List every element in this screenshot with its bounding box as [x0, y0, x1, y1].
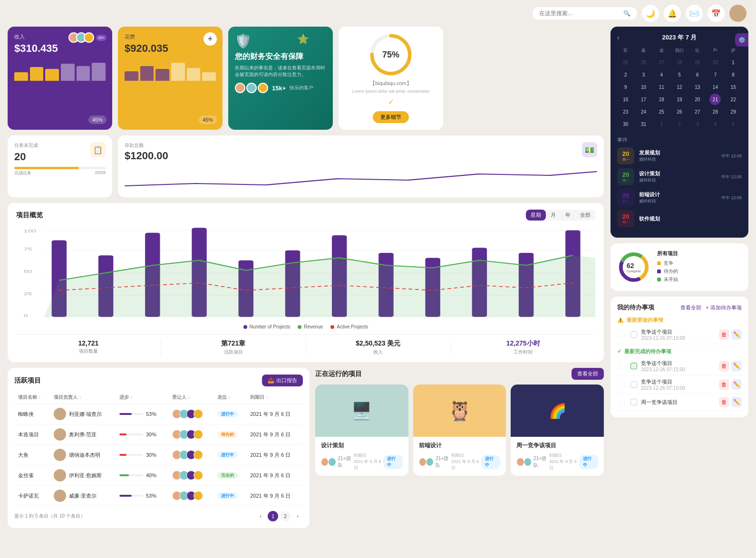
search-box[interactable]: 🔍: [533, 7, 637, 19]
todo-check-3[interactable]: [630, 381, 637, 388]
cal-day[interactable]: 13: [692, 81, 703, 93]
cal-day[interactable]: 11: [656, 81, 667, 93]
team-avatar-1: [321, 458, 329, 466]
cal-day[interactable]: 19: [674, 94, 685, 105]
progress-card: 75% 【biqubiqu.com】 Lorem ipsum dolor sat…: [339, 27, 443, 130]
edit-todo-2-button[interactable]: ✏️: [731, 361, 742, 371]
mail-icon[interactable]: ✉️: [686, 5, 703, 22]
cal-day[interactable]: 2: [620, 69, 631, 80]
user-avatar[interactable]: [729, 5, 746, 22]
cal-prev-button[interactable]: ‹: [617, 34, 620, 41]
tab-year[interactable]: 年: [561, 210, 575, 221]
cal-day[interactable]: 14: [709, 81, 721, 93]
drag-handle-2[interactable]: ⋮⋮: [617, 364, 627, 369]
edit-todo-3-button[interactable]: ✏️: [731, 379, 742, 390]
todo-text-2: 竞争这个项目: [641, 360, 715, 367]
events-section: 事件 20 周一 发展规划 威特科技 中午 12:05 20 周一 设计策划 威…: [617, 136, 742, 227]
cal-day[interactable]: 24: [638, 106, 649, 117]
calendar-icon[interactable]: 📅: [708, 5, 725, 22]
topbar: 🔍 🌙 🔔 ✉️ 📅: [0, 0, 756, 27]
add-expense-button[interactable]: +: [204, 32, 217, 46]
cal-day[interactable]: 26: [638, 57, 649, 68]
pagination: 显示 1 到 5 条目（共 10 个条目） ‹ 1 2 ›: [14, 511, 303, 521]
add-todo-link[interactable]: + 添加待办事项: [706, 304, 742, 311]
search-input[interactable]: [539, 10, 620, 17]
cal-day[interactable]: 12: [674, 81, 685, 93]
delete-todo-1-button[interactable]: 🗑: [719, 329, 729, 340]
tab-week[interactable]: 星期: [526, 210, 546, 221]
export-report-button[interactable]: 📤 出口报告: [262, 375, 303, 386]
view-all-todo-link[interactable]: 查看全部: [680, 304, 701, 311]
cal-day[interactable]: 1: [727, 57, 739, 68]
cal-day[interactable]: 29: [692, 57, 703, 68]
more-details-button[interactable]: 更多细节: [373, 111, 409, 123]
edit-todo-1-button[interactable]: ✏️: [731, 329, 742, 340]
cal-day[interactable]: 25: [620, 57, 631, 68]
cal-day[interactable]: 30: [620, 118, 631, 130]
cal-day[interactable]: 20: [692, 94, 703, 105]
moon-icon[interactable]: 🌙: [642, 5, 659, 22]
delete-todo-4-button[interactable]: 🗑: [719, 397, 729, 407]
all-projects-legend: 所有项目 竞争 待办的 未开始: [657, 250, 742, 284]
cal-day[interactable]: 26: [674, 106, 685, 117]
right-sidebar: ⚙️ ‹ 2023 年 7 月 › 苏最途我们社Fr萨2526272829301…: [611, 27, 748, 528]
security-card: 🛡️ ⭐ 您的财务安全有保障 长期以来的事实是，读者在查看页面布局时会被页面的可…: [228, 27, 333, 130]
cal-day[interactable]: 21: [709, 94, 721, 105]
cal-day[interactable]: 1: [656, 118, 667, 130]
cal-day[interactable]: 3: [638, 69, 649, 80]
cal-day[interactable]: 16: [620, 94, 631, 105]
drag-handle-4[interactable]: ⋮⋮: [617, 400, 627, 405]
cal-day[interactable]: 2: [674, 118, 685, 130]
next-page-button[interactable]: ›: [292, 511, 303, 521]
cal-day[interactable]: 8: [727, 69, 739, 80]
drag-handle-1[interactable]: ⋮⋮: [617, 332, 627, 337]
bar-2: [30, 67, 44, 81]
cal-day[interactable]: 3: [692, 118, 703, 130]
cal-day[interactable]: 4: [709, 118, 721, 130]
cal-day[interactable]: 22: [727, 94, 739, 105]
cal-day[interactable]: 5: [674, 69, 685, 80]
cal-day[interactable]: 10: [638, 81, 649, 93]
delete-todo-3-button[interactable]: 🗑: [719, 379, 729, 390]
todo-check-2[interactable]: [630, 363, 637, 369]
todo-check-4[interactable]: [630, 399, 637, 405]
cal-day[interactable]: 30: [709, 57, 721, 68]
cal-day[interactable]: 28: [674, 57, 685, 68]
svg-text:Feb: Feb: [98, 320, 110, 320]
cal-day[interactable]: 18: [656, 94, 667, 105]
cal-day[interactable]: 4: [656, 69, 667, 80]
cal-day[interactable]: 28: [709, 106, 721, 117]
sort-arrow-position: ↕: [228, 394, 231, 400]
cal-day[interactable]: 5: [727, 118, 739, 130]
tab-month[interactable]: 月: [546, 210, 561, 221]
edit-todo-4-button[interactable]: ✏️: [731, 397, 742, 407]
page-2-button[interactable]: 2: [280, 511, 291, 521]
cal-day[interactable]: 23: [620, 106, 631, 117]
cal-day[interactable]: 6: [692, 69, 703, 80]
todo-check-1[interactable]: [630, 331, 637, 338]
event-date-badge: 20 周一: [617, 189, 634, 206]
delete-todo-2-button[interactable]: 🗑: [719, 361, 729, 371]
tab-all[interactable]: 全部: [575, 210, 595, 221]
cal-day[interactable]: 25: [656, 106, 667, 117]
progress-percent-text: 30%: [146, 432, 156, 437]
ebar-2: [140, 66, 154, 81]
cal-day[interactable]: 7: [709, 69, 721, 80]
cal-day[interactable]: 27: [656, 57, 667, 68]
cal-day[interactable]: 29: [727, 106, 739, 117]
cal-day[interactable]: 31: [638, 118, 649, 130]
bell-icon[interactable]: 🔔: [664, 5, 681, 22]
cal-day[interactable]: 27: [692, 106, 703, 117]
page-1-button[interactable]: 1: [268, 511, 278, 521]
cal-day[interactable]: 15: [727, 81, 739, 93]
savings-chart: [125, 167, 597, 191]
cal-day[interactable]: 17: [638, 94, 649, 105]
view-all-running-button[interactable]: 查看全部: [572, 368, 604, 380]
drag-handle-3[interactable]: ⋮⋮: [617, 382, 627, 387]
calendar-settings-button[interactable]: ⚙️: [735, 33, 748, 47]
cal-day[interactable]: 9: [620, 81, 631, 93]
event-day: 20: [622, 192, 629, 199]
project-name-cell: 金丝雀: [14, 465, 50, 486]
event-sub: 威特科技: [639, 177, 717, 183]
prev-page-button[interactable]: ‹: [255, 511, 266, 521]
